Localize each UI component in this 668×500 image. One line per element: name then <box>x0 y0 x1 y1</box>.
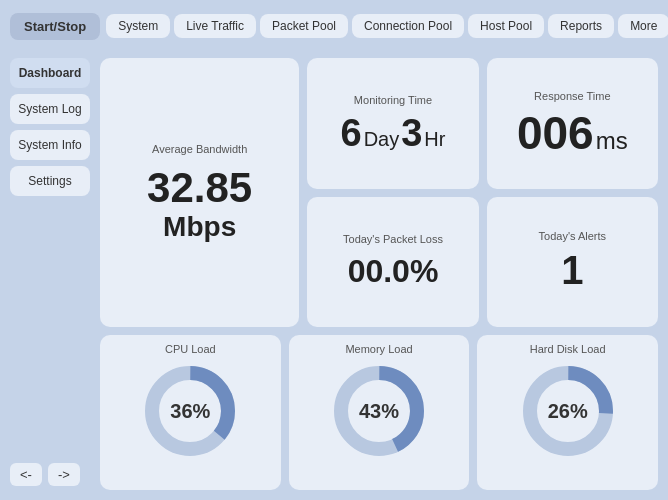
content-area: Average Bandwidth 32.85 Mbps Monitoring … <box>100 52 658 490</box>
bandwidth-label: Average Bandwidth <box>114 143 285 155</box>
sidebar-item-settings[interactable]: Settings <box>10 166 90 196</box>
monitoring-days-lbl: Day <box>364 128 400 151</box>
alerts-card: Today's Alerts 1 <box>487 197 658 328</box>
top-nav: Start/Stop System Live Traffic Packet Po… <box>0 0 668 52</box>
memory-donut: 43% <box>329 361 429 461</box>
sidebar-item-systemlog[interactable]: System Log <box>10 94 90 124</box>
nav-tabs: System Live Traffic Packet Pool Connecti… <box>106 14 668 38</box>
startstop-button[interactable]: Start/Stop <box>10 13 100 40</box>
stats-row: Average Bandwidth 32.85 Mbps Monitoring … <box>100 58 658 327</box>
tab-system[interactable]: System <box>106 14 170 38</box>
right-col: Response Time 006 ms Today's Alerts 1 <box>487 58 658 327</box>
memory-donut-label: 43% <box>359 400 399 423</box>
alerts-label: Today's Alerts <box>501 230 644 242</box>
harddisk-donut-label: 26% <box>548 400 588 423</box>
nav-forward-button[interactable]: -> <box>48 463 80 486</box>
harddisk-donut: 26% <box>518 361 618 461</box>
monitoring-value: 6 Day 3 Hr <box>321 114 464 152</box>
tab-hostpool[interactable]: Host Pool <box>468 14 544 38</box>
response-value: 006 ms <box>501 110 644 156</box>
harddisk-chart-card: Hard Disk Load 26% <box>477 335 658 490</box>
cpu-chart-card: CPU Load 36% <box>100 335 281 490</box>
harddisk-chart-label: Hard Disk Load <box>530 343 606 355</box>
response-card: Response Time 006 ms <box>487 58 658 189</box>
memory-chart-label: Memory Load <box>345 343 412 355</box>
monitoring-card: Monitoring Time 6 Day 3 Hr <box>307 58 478 189</box>
nav-back-button[interactable]: <- <box>10 463 42 486</box>
sidebar-item-dashboard[interactable]: Dashboard <box>10 58 90 88</box>
tab-livetraffic[interactable]: Live Traffic <box>174 14 256 38</box>
sidebar-item-systeminfo[interactable]: System Info <box>10 130 90 160</box>
response-label: Response Time <box>501 90 644 102</box>
bandwidth-unit: Mbps <box>114 211 285 243</box>
monitoring-hours-lbl: Hr <box>424 128 445 151</box>
tab-connectionpool[interactable]: Connection Pool <box>352 14 464 38</box>
charts-row: CPU Load 36% Memory Load 43 <box>100 335 658 490</box>
bandwidth-value: 32.85 <box>147 164 252 211</box>
sidebar: Dashboard System Log System Info Setting… <box>10 52 90 490</box>
cpu-chart-label: CPU Load <box>165 343 216 355</box>
cpu-donut: 36% <box>140 361 240 461</box>
cpu-donut-label: 36% <box>170 400 210 423</box>
bandwidth-card: Average Bandwidth 32.85 Mbps <box>100 58 299 327</box>
response-unit: ms <box>596 127 628 155</box>
response-num: 006 <box>517 110 594 156</box>
tab-packetpool[interactable]: Packet Pool <box>260 14 348 38</box>
sidebar-nav-arrows: <- -> <box>10 463 90 490</box>
tab-more[interactable]: More <box>618 14 668 38</box>
packetloss-label: Today's Packet Loss <box>321 233 464 245</box>
main-area: Dashboard System Log System Info Setting… <box>0 52 668 500</box>
packetloss-value: 00.0% <box>321 253 464 290</box>
monitoring-days: 6 <box>341 114 362 152</box>
monitoring-hours: 3 <box>401 114 422 152</box>
tab-reports[interactable]: Reports <box>548 14 614 38</box>
monitoring-label: Monitoring Time <box>321 94 464 106</box>
memory-chart-card: Memory Load 43% <box>289 335 470 490</box>
middle-col: Monitoring Time 6 Day 3 Hr Today's Packe… <box>307 58 478 327</box>
packetloss-card: Today's Packet Loss 00.0% <box>307 197 478 328</box>
alerts-value: 1 <box>501 248 644 293</box>
